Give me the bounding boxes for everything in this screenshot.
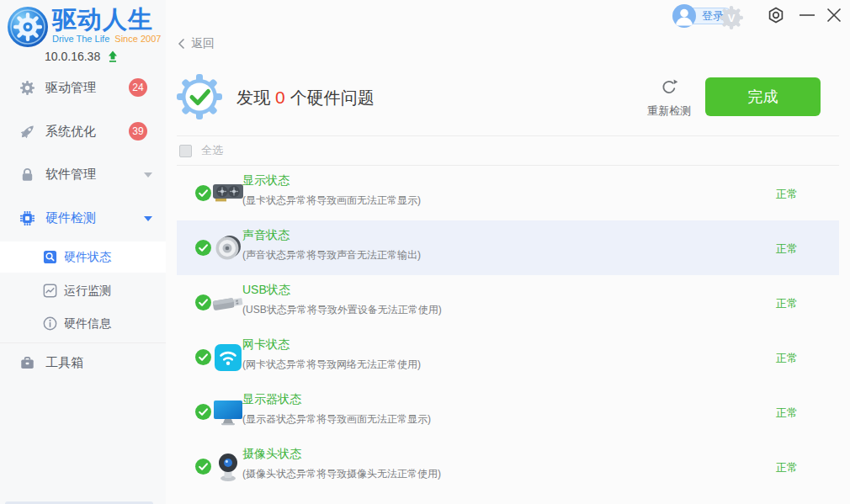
sidebar-item-label: 工具箱	[45, 355, 83, 371]
sidebar-subitem-label: 运行监测	[64, 284, 111, 299]
sidebar-item-label: 驱动管理	[45, 80, 96, 96]
select-all-checkbox[interactable]	[179, 145, 192, 157]
sidebar-divider	[0, 342, 166, 343]
settings-button[interactable]	[764, 3, 788, 27]
driver-badge: 24	[129, 78, 147, 97]
app-title: 驱动人生	[52, 6, 161, 33]
avatar	[672, 4, 696, 28]
result-count: 0	[270, 88, 290, 107]
row-status: 正常	[776, 296, 798, 311]
check-circle-icon	[195, 185, 211, 201]
row-status: 正常	[776, 460, 798, 475]
list-item-usb-status[interactable]: USB状态 (USB状态异常将导致外置设备无法正常使用) 正常	[177, 275, 839, 330]
done-button[interactable]: 完成	[705, 77, 821, 116]
toolbox-icon	[19, 354, 35, 371]
row-status: 正常	[776, 406, 798, 421]
sidebar-item-hardware-detect[interactable]: 硬件检测	[0, 199, 166, 236]
sidebar-subitem-hardware-status[interactable]: 硬件状态	[0, 241, 166, 273]
list-item-display-status[interactable]: 显示状态 (显卡状态异常将导致画面无法正常显示) 正常	[177, 166, 839, 220]
chip-icon	[19, 210, 35, 226]
chevron-down-icon	[144, 172, 152, 178]
back-button[interactable]: 返回	[178, 36, 215, 51]
usb-icon	[210, 285, 246, 321]
row-desc: (声音状态异常将导致声音无法正常输出)	[242, 248, 421, 263]
row-title: 显示器状态	[242, 392, 301, 407]
row-title: 网卡状态	[242, 337, 290, 353]
back-chevron-icon	[178, 38, 185, 50]
row-status: 正常	[776, 187, 798, 202]
monitor-chart-icon	[42, 284, 57, 299]
optimize-badge: 39	[129, 122, 147, 141]
sidebar-item-software-management[interactable]: 软件管理	[0, 156, 166, 193]
header-divider	[177, 135, 839, 136]
hardware-status-icon	[42, 250, 57, 265]
recheck-button[interactable]: 重新检测	[642, 78, 696, 119]
update-arrow-icon[interactable]	[107, 50, 119, 63]
recheck-label: 重新检测	[642, 103, 696, 119]
list-item-sound-status[interactable]: 声音状态 (声音状态异常将导致声音无法正常输出) 正常	[177, 220, 839, 275]
app-window: 驱动人生 Drive The Life Since 2007 10.0.16.3…	[0, 0, 850, 504]
vip-gear-icon[interactable]: V	[717, 3, 746, 32]
gear-icon	[19, 79, 35, 96]
lock-icon	[19, 166, 35, 183]
sidebar-item-label: 软件管理	[45, 167, 96, 183]
select-all-label: 全选	[201, 143, 223, 158]
result-summary: 发现0个硬件问题	[236, 87, 375, 109]
version-label: 10.0.16.38	[45, 50, 100, 63]
result-prefix: 发现	[236, 88, 270, 107]
speaker-icon	[210, 231, 246, 266]
check-circle-icon	[195, 349, 211, 365]
row-desc: (网卡状态异常将导致网络无法正常使用)	[242, 358, 421, 372]
app-logo: 驱动人生 Drive The Life Since 2007	[7, 6, 161, 48]
chevron-down-icon	[144, 216, 152, 221]
sidebar-item-label: 硬件检测	[45, 210, 96, 226]
sidebar-subitem-run-monitor[interactable]: 运行监测	[0, 275, 166, 306]
check-circle-icon	[195, 294, 211, 310]
gpu-icon	[210, 176, 246, 211]
sidebar-item-label: 系统优化	[45, 124, 96, 140]
refresh-icon	[660, 78, 678, 97]
sidebar: 驱动人生 Drive The Life Since 2007 10.0.16.3…	[0, 0, 166, 504]
row-desc: (显卡状态异常将导致画面无法正常显示)	[242, 194, 421, 208]
result-suffix: 个硬件问题	[290, 88, 375, 107]
list-item-monitor-status[interactable]: 显示器状态 (显示器状态异常将导致画面无法正常显示) 正常	[177, 385, 839, 439]
list-item-camera-status[interactable]: 摄像头状态 (摄像头状态异常将导致摄像头无法正常使用) 正常	[177, 439, 839, 494]
sidebar-subitem-label: 硬件状态	[64, 250, 111, 265]
settings-icon	[766, 5, 786, 25]
row-status: 正常	[776, 241, 798, 257]
camera-icon	[210, 449, 246, 485]
check-circle-icon	[195, 404, 211, 420]
row-title: 显示状态	[242, 173, 290, 188]
close-icon	[826, 7, 842, 24]
row-desc: (摄像头状态异常将导致摄像头无法正常使用)	[242, 467, 441, 481]
sidebar-subitem-hardware-info[interactable]: 硬件信息	[0, 308, 166, 339]
sidebar-item-toolbox[interactable]: 工具箱	[0, 344, 166, 381]
sidebar-item-system-optimize[interactable]: 系统优化 39	[0, 113, 166, 150]
svg-text:V: V	[728, 12, 736, 24]
row-title: 摄像头状态	[242, 447, 301, 462]
rocket-icon	[19, 123, 35, 140]
wifi-icon	[210, 340, 246, 375]
back-label: 返回	[191, 36, 215, 51]
row-title: USB状态	[242, 283, 290, 298]
info-icon	[42, 316, 57, 332]
app-since: Since 2007	[114, 34, 161, 44]
minimize-icon	[799, 7, 815, 24]
minimize-button[interactable]	[795, 3, 819, 27]
list-item-network-status[interactable]: 网卡状态 (网卡状态异常将导致网络无法正常使用) 正常	[177, 330, 839, 385]
row-desc: (显示器状态异常将导致画面无法正常显示)	[242, 412, 431, 427]
row-status: 正常	[776, 351, 798, 366]
check-circle-icon	[195, 240, 211, 256]
sidebar-item-driver-management[interactable]: 驱动管理 24	[0, 69, 166, 106]
close-button[interactable]	[822, 3, 846, 27]
row-title: 声音状态	[242, 228, 290, 243]
monitor-icon	[210, 395, 246, 430]
app-logo-icon	[7, 6, 49, 48]
app-tagline: Drive The Life	[52, 34, 109, 44]
row-desc: (USB状态异常将导致外置设备无法正常使用)	[242, 303, 442, 317]
sidebar-subitem-label: 硬件信息	[64, 316, 111, 332]
result-gear-check-icon	[174, 72, 225, 122]
check-circle-icon	[195, 459, 211, 475]
